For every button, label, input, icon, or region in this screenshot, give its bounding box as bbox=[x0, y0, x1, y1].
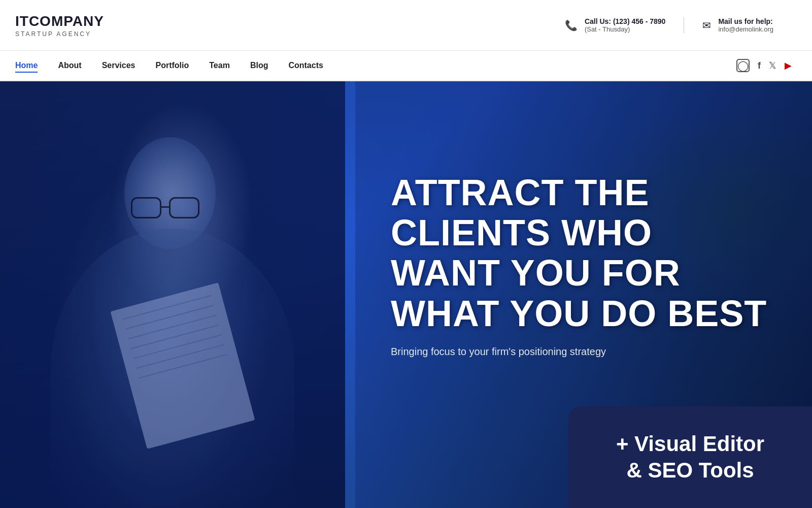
nav-link-about[interactable]: About bbox=[58, 61, 81, 70]
email-icon: ✉ bbox=[702, 19, 711, 31]
nav-link-blog[interactable]: Blog bbox=[250, 61, 268, 70]
nav-item-about[interactable]: About bbox=[58, 61, 81, 70]
company-subtitle: STARTUP AGENCY bbox=[15, 30, 104, 38]
logo: ITCOMPANY STARTUP AGENCY bbox=[15, 13, 104, 38]
nav-link-portfolio[interactable]: Portfolio bbox=[156, 61, 189, 70]
company-name: ITCOMPANY bbox=[15, 13, 104, 29]
badge-text: + Visual Editor & SEO Tools bbox=[616, 431, 764, 484]
nav-item-services[interactable]: Services bbox=[102, 61, 136, 70]
facebook-icon[interactable]: f bbox=[758, 60, 761, 71]
instagram-icon[interactable]: ◯ bbox=[736, 59, 750, 72]
email-sublabel: info@demolink.org bbox=[718, 25, 773, 33]
nav-item-portfolio[interactable]: Portfolio bbox=[156, 61, 189, 70]
phone-label: Call Us: (123) 456 - 7890 bbox=[585, 17, 666, 25]
phone-icon: 📞 bbox=[565, 19, 578, 31]
hero-person bbox=[0, 81, 345, 508]
hero-section: ATTRACT THE CLIENTS WHO WANT YOU FOR WHA… bbox=[0, 81, 812, 508]
hero-subline: Bringing focus to your firm's positionin… bbox=[391, 346, 771, 358]
top-bar: ITCOMPANY STARTUP AGENCY 📞 Call Us: (123… bbox=[0, 0, 812, 51]
phone-sublabel: (Sat - Thusday) bbox=[585, 25, 666, 33]
nav-links: HomeAboutServicesPortfolioTeamBlogContac… bbox=[15, 61, 323, 70]
badge-line2: & SEO Tools bbox=[626, 458, 754, 482]
nav-bar: HomeAboutServicesPortfolioTeamBlogContac… bbox=[0, 51, 812, 81]
contact-area: 📞 Call Us: (123) 456 - 7890 (Sat - Thusd… bbox=[547, 17, 792, 33]
bottom-badge: + Visual Editor & SEO Tools bbox=[568, 406, 812, 508]
email-label: Mail us for help: bbox=[718, 17, 773, 25]
nav-link-team[interactable]: Team bbox=[209, 61, 230, 70]
nav-item-home[interactable]: Home bbox=[15, 61, 38, 70]
twitter-icon[interactable]: 𝕏 bbox=[769, 60, 776, 71]
social-icons: ◯ f 𝕏 ▶ bbox=[736, 59, 792, 72]
nav-item-blog[interactable]: Blog bbox=[250, 61, 268, 70]
nav-link-services[interactable]: Services bbox=[102, 61, 136, 70]
hero-content: ATTRACT THE CLIENTS WHO WANT YOU FOR WHA… bbox=[391, 173, 771, 358]
nav-link-home[interactable]: Home bbox=[15, 61, 38, 73]
hero-headline: ATTRACT THE CLIENTS WHO WANT YOU FOR WHA… bbox=[391, 173, 771, 334]
nav-item-team[interactable]: Team bbox=[209, 61, 230, 70]
email-contact: ✉ Mail us for help: info@demolink.org bbox=[684, 17, 792, 33]
phone-contact: 📞 Call Us: (123) 456 - 7890 (Sat - Thusd… bbox=[547, 17, 684, 33]
nav-item-contacts[interactable]: Contacts bbox=[288, 61, 323, 70]
badge-line1: + Visual Editor bbox=[616, 432, 764, 456]
nav-link-contacts[interactable]: Contacts bbox=[288, 61, 323, 70]
youtube-icon[interactable]: ▶ bbox=[785, 60, 792, 71]
